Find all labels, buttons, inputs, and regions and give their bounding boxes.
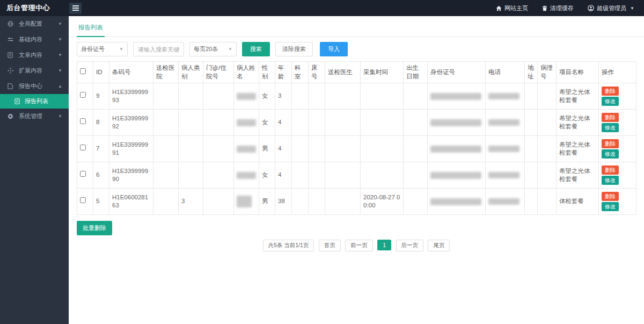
redacted-id_card bbox=[430, 93, 481, 100]
row-checkbox[interactable] bbox=[80, 92, 86, 98]
sidebar-toggle-button[interactable] bbox=[69, 3, 82, 14]
user-menu[interactable]: 超级管理员 ▼ bbox=[588, 4, 634, 12]
sidebar-item-basic-content[interactable]: 基础内容 ▼ bbox=[0, 32, 69, 47]
chevron-down-icon: ▼ bbox=[630, 6, 634, 11]
cell-pathology_no bbox=[538, 110, 557, 136]
delete-button[interactable]: 删除 bbox=[602, 113, 619, 122]
cell-department bbox=[292, 189, 309, 215]
cell-collect_time bbox=[361, 83, 404, 110]
cell-hospital bbox=[153, 162, 179, 189]
chevron-up-icon: ▲ bbox=[58, 84, 62, 89]
search-field-select[interactable]: 身份证号 ▼ bbox=[77, 42, 128, 56]
clear-search-button[interactable]: 清除搜索 bbox=[275, 42, 313, 56]
cell-id_card bbox=[428, 110, 486, 136]
gear-icon bbox=[8, 113, 14, 119]
pagination: 共5条 当前1/1页 首页 前一页 1 后一页 尾页 bbox=[69, 240, 644, 251]
delete-button[interactable]: 删除 bbox=[602, 87, 619, 96]
cell-project: 希望之光体检套餐 bbox=[557, 110, 599, 136]
column-header: ID bbox=[93, 62, 109, 83]
row-checkbox[interactable] bbox=[80, 197, 86, 203]
import-button[interactable]: 导入 bbox=[320, 42, 348, 56]
select-all-checkbox-cell bbox=[77, 62, 93, 83]
sidebar-item-extended-content[interactable]: 扩展内容 ▼ bbox=[0, 63, 69, 78]
row-checkbox-cell bbox=[77, 83, 93, 110]
cell-collect_time bbox=[361, 162, 404, 189]
clear-cache-link[interactable]: 清理缓存 bbox=[542, 4, 574, 12]
search-button[interactable]: 搜索 bbox=[242, 42, 270, 56]
cell-bed_no bbox=[309, 136, 325, 162]
cell-birth_date bbox=[404, 83, 428, 110]
table-row: 9H1E339999993女3希望之光体检套餐删除修改 bbox=[77, 83, 636, 110]
site-home-link[interactable]: 网站主页 bbox=[496, 4, 528, 12]
delete-button[interactable]: 删除 bbox=[602, 165, 619, 175]
pagination-prev[interactable]: 前一页 bbox=[345, 240, 373, 251]
pagination-page-1[interactable]: 1 bbox=[377, 240, 391, 250]
pagination-last[interactable]: 尾页 bbox=[428, 240, 450, 251]
column-header: 床号 bbox=[309, 62, 325, 83]
page-size-select[interactable]: 每页20条 ▼ bbox=[189, 42, 237, 56]
sidebar-item-global-config[interactable]: 全局配置 ▼ bbox=[0, 16, 69, 32]
actions-cell: 删除修改 bbox=[599, 162, 636, 189]
cell-doctor bbox=[325, 189, 361, 215]
edit-button[interactable]: 修改 bbox=[602, 176, 619, 185]
redacted-name bbox=[237, 172, 256, 179]
row-checkbox-cell bbox=[77, 189, 93, 215]
search-keyword-input[interactable] bbox=[133, 42, 184, 56]
cell-id: 8 bbox=[93, 110, 109, 136]
redacted-phone bbox=[488, 119, 519, 126]
cell-hospital bbox=[153, 110, 179, 136]
cell-bed_no bbox=[309, 162, 325, 189]
pagination-first[interactable]: 首页 bbox=[319, 240, 341, 251]
report-table: ID条码号送检医院病人类别门诊/住院号病人姓名性别年龄科室床号送检医生采集时间出… bbox=[77, 61, 636, 215]
row-checkbox[interactable] bbox=[80, 145, 86, 150]
column-header: 病人类别 bbox=[179, 62, 203, 83]
user-icon bbox=[588, 5, 594, 11]
edit-button[interactable]: 修改 bbox=[602, 149, 619, 159]
sidebar-item-report-list[interactable]: 报告列表 bbox=[0, 94, 69, 109]
redacted-id_card bbox=[430, 119, 481, 126]
cell-gender: 男 bbox=[259, 189, 275, 215]
cell-doctor bbox=[325, 110, 361, 136]
row-checkbox-cell bbox=[77, 136, 93, 162]
tab-report-list[interactable]: 报告列表 bbox=[77, 24, 105, 37]
sidebar-item-article-content[interactable]: 文章内容 ▼ bbox=[0, 47, 69, 63]
cell-barcode: H1E339999993 bbox=[109, 83, 153, 110]
edit-button[interactable]: 修改 bbox=[602, 202, 619, 211]
cell-collect_time: 2020-08-27 00:00 bbox=[361, 189, 404, 215]
select-all-checkbox[interactable] bbox=[80, 68, 86, 74]
sidebar-item-report-center[interactable]: 报告中心 ▲ bbox=[0, 78, 69, 94]
row-checkbox[interactable] bbox=[80, 118, 86, 124]
edit-button[interactable]: 修改 bbox=[602, 123, 619, 132]
chevron-down-icon: ▼ bbox=[119, 47, 123, 52]
cell-id: 7 bbox=[93, 136, 109, 162]
delete-button[interactable]: 删除 bbox=[602, 139, 619, 148]
cell-age: 4 bbox=[275, 110, 292, 136]
cell-pathology_no bbox=[538, 189, 557, 215]
chevron-down-icon: ▼ bbox=[58, 53, 62, 57]
edit-button[interactable]: 修改 bbox=[602, 97, 619, 106]
pagination-next[interactable]: 后一页 bbox=[396, 240, 424, 251]
cell-patient_type: 3 bbox=[179, 189, 203, 215]
column-header: 地址 bbox=[525, 62, 538, 83]
sidebar-item-system-management[interactable]: 系统管理 ▼ bbox=[0, 109, 69, 124]
cell-id_card bbox=[428, 189, 486, 215]
table-header-row: ID条码号送检医院病人类别门诊/住院号病人姓名性别年龄科室床号送检医生采集时间出… bbox=[77, 62, 636, 83]
table-row: 5H1E0600281633男382020-08-27 00:00体检套餐删除修… bbox=[77, 189, 636, 215]
batch-delete-button[interactable]: 批量删除 bbox=[77, 221, 112, 235]
table-row: 8H1E339999992女4希望之光体检套餐删除修改 bbox=[77, 110, 636, 136]
row-checkbox[interactable] bbox=[80, 171, 86, 177]
cell-pathology_no bbox=[538, 83, 557, 110]
column-header: 条码号 bbox=[109, 62, 153, 83]
home-icon bbox=[496, 5, 502, 11]
actions-cell: 删除修改 bbox=[599, 83, 636, 110]
redacted-id_card bbox=[430, 172, 481, 179]
cell-hospital bbox=[153, 83, 179, 110]
table-row: 6H1E339999990女4希望之光体检套餐删除修改 bbox=[77, 162, 636, 189]
delete-button[interactable]: 删除 bbox=[602, 192, 619, 201]
chevron-down-icon: ▼ bbox=[58, 68, 62, 73]
actions-cell: 删除修改 bbox=[599, 136, 636, 162]
cell-patient_type bbox=[179, 136, 203, 162]
cell-id_card bbox=[428, 83, 486, 110]
redacted-phone bbox=[488, 146, 519, 152]
redacted-name bbox=[237, 196, 252, 207]
